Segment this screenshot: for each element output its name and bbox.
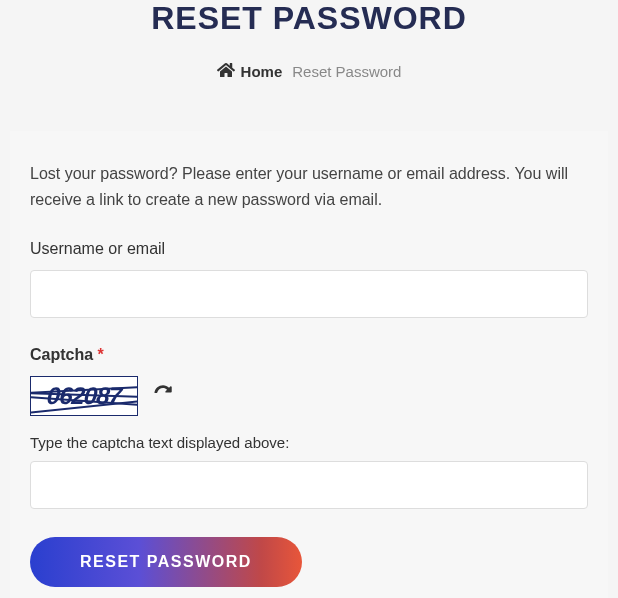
reset-password-button[interactable]: RESET PASSWORD xyxy=(30,537,302,587)
captcha-label: Captcha * xyxy=(30,346,588,364)
refresh-captcha-icon[interactable] xyxy=(154,385,172,407)
breadcrumb-home-link[interactable]: Home xyxy=(217,62,283,81)
username-input[interactable] xyxy=(30,270,588,318)
breadcrumb-home-label: Home xyxy=(241,63,283,80)
header-section: RESET PASSWORD Home Reset Password xyxy=(0,0,618,111)
page-title: RESET PASSWORD xyxy=(0,0,618,37)
content-section: Lost your password? Please enter your us… xyxy=(10,131,608,598)
captcha-image: 062087 xyxy=(30,376,138,416)
captcha-row: 062087 xyxy=(30,376,588,416)
breadcrumb-current: Reset Password xyxy=(292,63,401,80)
captcha-instruction: Type the captcha text displayed above: xyxy=(30,434,588,451)
captcha-label-text: Captcha xyxy=(30,346,93,363)
captcha-code: 062087 xyxy=(46,382,123,410)
captcha-input[interactable] xyxy=(30,461,588,509)
breadcrumb: Home Reset Password xyxy=(0,62,618,81)
home-icon xyxy=(217,62,235,81)
instruction-text: Lost your password? Please enter your us… xyxy=(30,161,588,212)
required-mark: * xyxy=(98,346,104,363)
username-label: Username or email xyxy=(30,240,588,258)
